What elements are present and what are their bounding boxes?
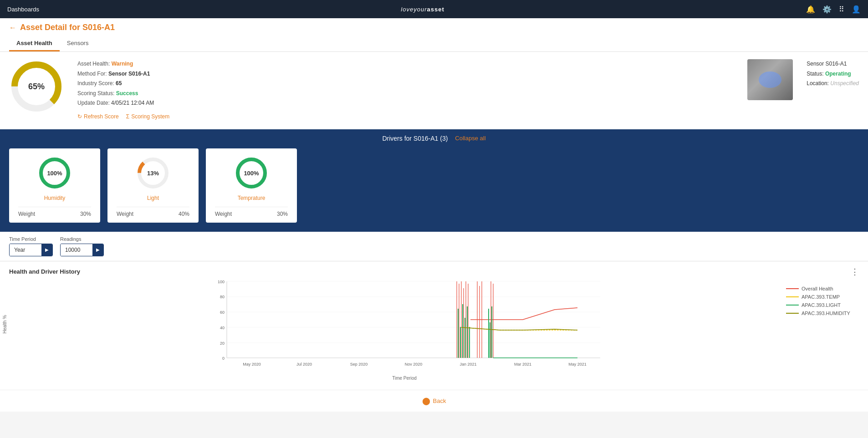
time-period-group: Time Period Year ▶	[9, 236, 53, 256]
bottom-bar: ⬤ Back	[0, 390, 868, 412]
driver-card-temprature[interactable]: 100% Temprature Weight 30%	[206, 148, 297, 223]
top-nav: Dashboards loveyourasset 🔔 ⚙️ ⠿ 👤	[0, 0, 868, 18]
controls-section: Time Period Year ▶ Readings 10000 ▶	[0, 232, 868, 261]
readings-group: Readings 10000 ▶	[60, 236, 104, 256]
svg-text:May 2021: May 2021	[568, 362, 587, 367]
driver-name-humidity: Humidity	[44, 195, 66, 201]
driver-weight-row-temprature: Weight 30%	[215, 207, 288, 217]
legend-label: APAC.393.TEMP	[802, 294, 840, 300]
driver-name-temprature: Temprature	[238, 195, 266, 201]
legend-item-apac-393-light: APAC.393.LIGHT	[786, 302, 859, 308]
chart-title: Health and Driver History	[9, 268, 80, 275]
svg-text:80: 80	[220, 295, 225, 299]
driver-donut-light: 13%	[135, 155, 171, 191]
readings-select[interactable]: 10000 ▶	[60, 244, 104, 256]
readings-arrow[interactable]: ▶	[92, 244, 103, 256]
method-row: Method For: Sensor S016-A1	[77, 69, 734, 79]
driver-weight-value: 30%	[277, 211, 288, 217]
nav-title[interactable]: Dashboards	[7, 6, 39, 13]
scoring-system-button[interactable]: Σ Scoring System	[126, 112, 169, 122]
driver-donut-humidity: 100%	[36, 155, 73, 191]
brand-love: love	[401, 6, 414, 13]
legend-label: Overall Health	[802, 286, 833, 291]
legend-line	[786, 288, 799, 289]
apps-icon[interactable]: ⠿	[839, 5, 844, 14]
legend-item-apac-393-temp: APAC.393.TEMP	[786, 294, 859, 300]
time-period-select[interactable]: Year ▶	[9, 244, 53, 256]
asset-health-section: 65% Asset Health: Warning Method For: Se…	[0, 52, 868, 129]
back-row: ← Asset Detail for S016-A1	[9, 23, 859, 32]
chart-with-axes: Health % 0 20 40 60 80 100	[9, 281, 781, 381]
driver-weight-label: Weight	[18, 211, 35, 217]
legend-item-overall health: Overall Health	[786, 286, 859, 291]
drivers-header: Drivers for S016-A1 (3) Collapse all	[9, 135, 859, 142]
legend-item-apac-393-humidity: APAC.393.HUMIDITY	[786, 311, 859, 316]
back-circle-icon: ⬤	[422, 397, 430, 405]
driver-card-humidity[interactable]: 100% Humidity Weight 30%	[9, 148, 100, 223]
svg-text:May 2020: May 2020	[243, 362, 261, 367]
time-period-arrow[interactable]: ▶	[41, 244, 52, 256]
brand-asset: asset	[427, 6, 444, 13]
x-axis-label: Time Period	[27, 376, 781, 381]
chart-container: Health % 0 20 40 60 80 100	[9, 281, 859, 381]
legend-line	[786, 305, 799, 306]
time-period-label: Time Period	[9, 236, 53, 242]
tab-bar: Asset Health Sensors	[9, 36, 859, 51]
back-button[interactable]: ⬤ Back	[422, 397, 446, 405]
sensor-location-row: Location: Unspecified	[807, 79, 859, 89]
controls-row: Time Period Year ▶ Readings 10000 ▶	[9, 236, 859, 256]
refresh-row: ↻ Refresh Score Σ Scoring System	[77, 112, 734, 122]
industry-row: Industry Score: 65	[77, 79, 734, 89]
page-header: ← Asset Detail for S016-A1 Asset Health …	[0, 18, 868, 52]
nav-actions: 🔔 ⚙️ ⠿ 👤	[806, 5, 861, 14]
user-icon[interactable]: 👤	[852, 5, 861, 14]
driver-card-light[interactable]: 13% Light Weight 40%	[107, 148, 199, 223]
health-score: 65%	[28, 82, 45, 92]
legend-line	[786, 313, 799, 314]
svg-text:0: 0	[222, 356, 225, 361]
svg-text:40: 40	[220, 326, 225, 330]
svg-text:20: 20	[220, 341, 225, 346]
legend-label: APAC.393.HUMIDITY	[802, 311, 850, 316]
tab-asset-health[interactable]: Asset Health	[9, 36, 60, 51]
svg-text:Nov 2020: Nov 2020	[405, 362, 423, 367]
legend-line	[786, 296, 799, 297]
driver-cards: 100% Humidity Weight 30% 13% Light Weigh…	[9, 148, 859, 223]
driver-score-light: 13%	[147, 169, 159, 176]
health-row: Asset Health: Warning	[77, 59, 734, 69]
svg-text:Jan 2021: Jan 2021	[460, 362, 476, 367]
sensor-status-row: Status: Operating	[807, 69, 859, 79]
driver-donut-temprature: 100%	[233, 155, 270, 191]
settings-icon[interactable]: ⚙️	[822, 5, 832, 14]
drivers-title: Drivers for S016-A1 (3)	[382, 135, 448, 142]
driver-weight-label: Weight	[117, 211, 133, 217]
readings-value: 10000	[61, 244, 92, 256]
chart-more-icon[interactable]: ⋮	[851, 267, 859, 277]
sensor-id-row: Sensor S016-A1	[807, 59, 859, 69]
driver-weight-row-light: Weight 40%	[117, 207, 189, 217]
time-period-value: Year	[10, 244, 41, 256]
chart-legend: Overall Health APAC.393.TEMP APAC.393.LI…	[786, 281, 859, 316]
sensor-info: Sensor S016-A1 Status: Operating Locatio…	[807, 59, 859, 89]
back-arrow-icon[interactable]: ←	[9, 24, 16, 32]
driver-weight-row-humidity: Weight 30%	[18, 207, 91, 217]
driver-score-temprature: 100%	[244, 169, 259, 176]
collapse-all-button[interactable]: Collapse all	[455, 135, 485, 142]
tab-sensors[interactable]: Sensors	[60, 36, 96, 51]
chart-header: Health and Driver History ⋮	[9, 267, 859, 277]
driver-weight-value: 30%	[80, 211, 91, 217]
sensor-image-placeholder	[747, 59, 793, 100]
page-title: Asset Detail for S016-A1	[20, 23, 115, 32]
chart-svg: 0 20 40 60 80 100 May 2020 Jul 2020 Sep …	[27, 281, 781, 372]
svg-text:100: 100	[218, 280, 225, 284]
sigma-icon: Σ	[126, 112, 129, 122]
refresh-score-button[interactable]: ↻ Refresh Score	[77, 112, 119, 122]
drivers-section: Drivers for S016-A1 (3) Collapse all 100…	[0, 129, 868, 232]
driver-name-light: Light	[147, 195, 159, 201]
svg-text:Jul 2020: Jul 2020	[296, 362, 312, 367]
y-axis-label: Health %	[2, 315, 7, 333]
legend-label: APAC.393.LIGHT	[802, 302, 841, 308]
health-donut: 65%	[9, 59, 64, 114]
nav-brand: loveyourasset	[401, 6, 444, 13]
notification-icon[interactable]: 🔔	[806, 5, 815, 14]
